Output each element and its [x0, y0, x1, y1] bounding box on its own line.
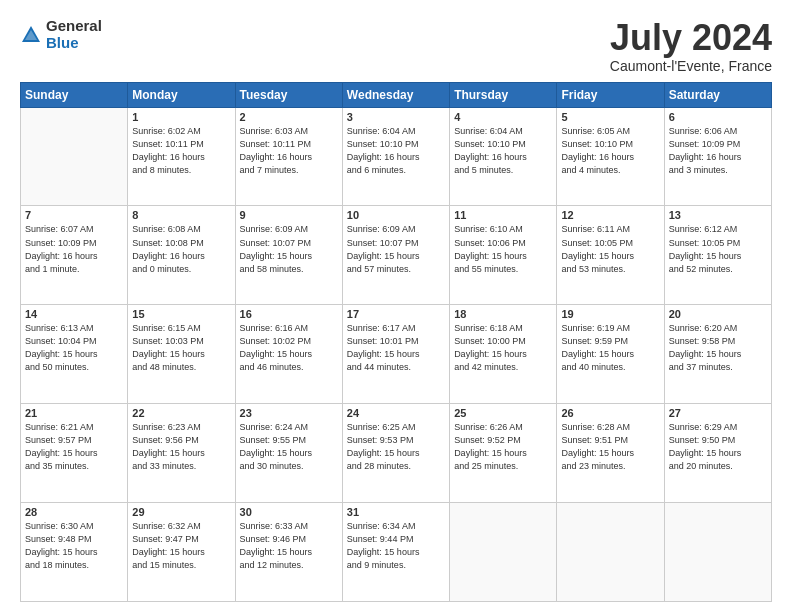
- calendar-cell: 11Sunrise: 6:10 AM Sunset: 10:06 PM Dayl…: [450, 206, 557, 305]
- day-info: Sunrise: 6:26 AM Sunset: 9:52 PM Dayligh…: [454, 421, 552, 473]
- day-info: Sunrise: 6:07 AM Sunset: 10:09 PM Daylig…: [25, 223, 123, 275]
- day-number: 28: [25, 506, 123, 518]
- calendar-table: SundayMondayTuesdayWednesdayThursdayFrid…: [20, 82, 772, 602]
- day-number: 1: [132, 111, 230, 123]
- calendar-cell: 27Sunrise: 6:29 AM Sunset: 9:50 PM Dayli…: [664, 404, 771, 503]
- day-number: 3: [347, 111, 445, 123]
- calendar-cell: 9Sunrise: 6:09 AM Sunset: 10:07 PM Dayli…: [235, 206, 342, 305]
- day-number: 17: [347, 308, 445, 320]
- day-number: 2: [240, 111, 338, 123]
- day-info: Sunrise: 6:02 AM Sunset: 10:11 PM Daylig…: [132, 125, 230, 177]
- day-number: 27: [669, 407, 767, 419]
- calendar-cell: 5Sunrise: 6:05 AM Sunset: 10:10 PM Dayli…: [557, 107, 664, 206]
- calendar-row: 7Sunrise: 6:07 AM Sunset: 10:09 PM Dayli…: [21, 206, 772, 305]
- day-number: 10: [347, 209, 445, 221]
- calendar-cell: 25Sunrise: 6:26 AM Sunset: 9:52 PM Dayli…: [450, 404, 557, 503]
- calendar-header-cell: Monday: [128, 82, 235, 107]
- page: General Blue July 2024 Caumont-l'Evente,…: [0, 0, 792, 612]
- day-number: 30: [240, 506, 338, 518]
- calendar-header-cell: Sunday: [21, 82, 128, 107]
- day-info: Sunrise: 6:10 AM Sunset: 10:06 PM Daylig…: [454, 223, 552, 275]
- calendar-cell: [557, 503, 664, 602]
- day-number: 29: [132, 506, 230, 518]
- day-info: Sunrise: 6:30 AM Sunset: 9:48 PM Dayligh…: [25, 520, 123, 572]
- logo-icon: [20, 24, 42, 46]
- calendar-cell: 22Sunrise: 6:23 AM Sunset: 9:56 PM Dayli…: [128, 404, 235, 503]
- day-number: 12: [561, 209, 659, 221]
- day-info: Sunrise: 6:17 AM Sunset: 10:01 PM Daylig…: [347, 322, 445, 374]
- day-number: 16: [240, 308, 338, 320]
- logo-text: General Blue: [46, 18, 102, 51]
- calendar-cell: 3Sunrise: 6:04 AM Sunset: 10:10 PM Dayli…: [342, 107, 449, 206]
- day-number: 13: [669, 209, 767, 221]
- day-info: Sunrise: 6:28 AM Sunset: 9:51 PM Dayligh…: [561, 421, 659, 473]
- calendar-cell: 1Sunrise: 6:02 AM Sunset: 10:11 PM Dayli…: [128, 107, 235, 206]
- calendar-cell: [21, 107, 128, 206]
- day-number: 9: [240, 209, 338, 221]
- calendar-cell: 2Sunrise: 6:03 AM Sunset: 10:11 PM Dayli…: [235, 107, 342, 206]
- calendar-row: 28Sunrise: 6:30 AM Sunset: 9:48 PM Dayli…: [21, 503, 772, 602]
- day-number: 22: [132, 407, 230, 419]
- calendar-header-cell: Saturday: [664, 82, 771, 107]
- logo: General Blue: [20, 18, 102, 51]
- calendar-cell: 12Sunrise: 6:11 AM Sunset: 10:05 PM Dayl…: [557, 206, 664, 305]
- calendar-cell: 4Sunrise: 6:04 AM Sunset: 10:10 PM Dayli…: [450, 107, 557, 206]
- day-info: Sunrise: 6:34 AM Sunset: 9:44 PM Dayligh…: [347, 520, 445, 572]
- calendar-cell: [664, 503, 771, 602]
- day-info: Sunrise: 6:06 AM Sunset: 10:09 PM Daylig…: [669, 125, 767, 177]
- day-info: Sunrise: 6:24 AM Sunset: 9:55 PM Dayligh…: [240, 421, 338, 473]
- day-info: Sunrise: 6:16 AM Sunset: 10:02 PM Daylig…: [240, 322, 338, 374]
- calendar-header-row: SundayMondayTuesdayWednesdayThursdayFrid…: [21, 82, 772, 107]
- day-number: 4: [454, 111, 552, 123]
- day-info: Sunrise: 6:05 AM Sunset: 10:10 PM Daylig…: [561, 125, 659, 177]
- calendar-cell: 19Sunrise: 6:19 AM Sunset: 9:59 PM Dayli…: [557, 305, 664, 404]
- day-number: 5: [561, 111, 659, 123]
- main-title: July 2024: [610, 18, 772, 58]
- day-info: Sunrise: 6:12 AM Sunset: 10:05 PM Daylig…: [669, 223, 767, 275]
- calendar-cell: 15Sunrise: 6:15 AM Sunset: 10:03 PM Dayl…: [128, 305, 235, 404]
- day-number: 19: [561, 308, 659, 320]
- calendar-cell: 10Sunrise: 6:09 AM Sunset: 10:07 PM Dayl…: [342, 206, 449, 305]
- day-number: 18: [454, 308, 552, 320]
- calendar-row: 1Sunrise: 6:02 AM Sunset: 10:11 PM Dayli…: [21, 107, 772, 206]
- day-info: Sunrise: 6:09 AM Sunset: 10:07 PM Daylig…: [240, 223, 338, 275]
- day-info: Sunrise: 6:20 AM Sunset: 9:58 PM Dayligh…: [669, 322, 767, 374]
- day-number: 14: [25, 308, 123, 320]
- calendar-cell: 7Sunrise: 6:07 AM Sunset: 10:09 PM Dayli…: [21, 206, 128, 305]
- calendar-cell: 14Sunrise: 6:13 AM Sunset: 10:04 PM Dayl…: [21, 305, 128, 404]
- calendar-row: 14Sunrise: 6:13 AM Sunset: 10:04 PM Dayl…: [21, 305, 772, 404]
- day-info: Sunrise: 6:03 AM Sunset: 10:11 PM Daylig…: [240, 125, 338, 177]
- calendar-cell: 31Sunrise: 6:34 AM Sunset: 9:44 PM Dayli…: [342, 503, 449, 602]
- calendar-cell: 26Sunrise: 6:28 AM Sunset: 9:51 PM Dayli…: [557, 404, 664, 503]
- title-block: July 2024 Caumont-l'Evente, France: [610, 18, 772, 74]
- calendar-cell: 8Sunrise: 6:08 AM Sunset: 10:08 PM Dayli…: [128, 206, 235, 305]
- day-info: Sunrise: 6:18 AM Sunset: 10:00 PM Daylig…: [454, 322, 552, 374]
- day-info: Sunrise: 6:08 AM Sunset: 10:08 PM Daylig…: [132, 223, 230, 275]
- calendar-cell: [450, 503, 557, 602]
- day-number: 8: [132, 209, 230, 221]
- day-info: Sunrise: 6:29 AM Sunset: 9:50 PM Dayligh…: [669, 421, 767, 473]
- day-number: 21: [25, 407, 123, 419]
- calendar-header-cell: Friday: [557, 82, 664, 107]
- calendar-cell: 16Sunrise: 6:16 AM Sunset: 10:02 PM Dayl…: [235, 305, 342, 404]
- logo-blue-text: Blue: [46, 35, 102, 52]
- day-info: Sunrise: 6:33 AM Sunset: 9:46 PM Dayligh…: [240, 520, 338, 572]
- calendar-cell: 23Sunrise: 6:24 AM Sunset: 9:55 PM Dayli…: [235, 404, 342, 503]
- day-info: Sunrise: 6:25 AM Sunset: 9:53 PM Dayligh…: [347, 421, 445, 473]
- calendar-row: 21Sunrise: 6:21 AM Sunset: 9:57 PM Dayli…: [21, 404, 772, 503]
- calendar-cell: 13Sunrise: 6:12 AM Sunset: 10:05 PM Dayl…: [664, 206, 771, 305]
- calendar-header-cell: Tuesday: [235, 82, 342, 107]
- calendar-cell: 30Sunrise: 6:33 AM Sunset: 9:46 PM Dayli…: [235, 503, 342, 602]
- subtitle: Caumont-l'Evente, France: [610, 58, 772, 74]
- day-number: 11: [454, 209, 552, 221]
- day-info: Sunrise: 6:09 AM Sunset: 10:07 PM Daylig…: [347, 223, 445, 275]
- day-info: Sunrise: 6:23 AM Sunset: 9:56 PM Dayligh…: [132, 421, 230, 473]
- day-info: Sunrise: 6:04 AM Sunset: 10:10 PM Daylig…: [454, 125, 552, 177]
- day-info: Sunrise: 6:32 AM Sunset: 9:47 PM Dayligh…: [132, 520, 230, 572]
- calendar-header-cell: Thursday: [450, 82, 557, 107]
- calendar-cell: 20Sunrise: 6:20 AM Sunset: 9:58 PM Dayli…: [664, 305, 771, 404]
- header: General Blue July 2024 Caumont-l'Evente,…: [20, 18, 772, 74]
- calendar-cell: 6Sunrise: 6:06 AM Sunset: 10:09 PM Dayli…: [664, 107, 771, 206]
- day-number: 25: [454, 407, 552, 419]
- day-number: 23: [240, 407, 338, 419]
